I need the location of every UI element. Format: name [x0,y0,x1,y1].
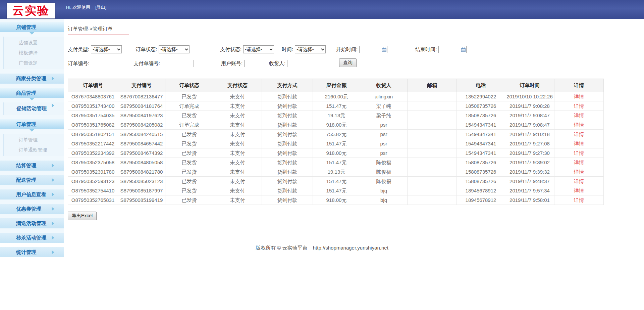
sidebar-item-template-select[interactable]: 模板选择 [4,48,64,58]
sidebar-item-user-info-view[interactable]: 用户信息查看 [0,189,64,200]
detail-link[interactable]: 详情 [574,178,584,184]
cell-amount: 918.00元 [313,148,360,158]
cell-order-time: 2019/11/7 9:27:30 [505,148,554,158]
breadcrumb: 订单管理->管理订单 [68,26,129,35]
cell-amount: 918.00元 [313,195,360,205]
chevron-down-icon [30,98,34,100]
sidebar-item-delivery-management[interactable]: 配送管理 [0,175,64,185]
cell-order-no: O87950351754035 [68,111,118,120]
sidebar-item-promo-management[interactable]: 促销活动管理 [4,103,64,114]
cell-pay-method: 货到付款 [262,148,313,158]
cell-email [408,139,457,148]
cell-pay-no: S87950084205082 [118,120,165,130]
cell-amount: 2160.00元 [313,92,360,101]
cell-order-no: O87950352593123 [68,177,118,186]
detail-link[interactable]: 详情 [574,150,584,156]
pay-no-label: 支付单编号: [133,60,160,67]
cell-detail: 详情 [554,158,604,167]
receiver-input[interactable] [287,60,319,67]
cell-detail: 详情 [554,148,604,158]
order-no-input[interactable] [91,60,123,67]
cell-amount: 151.47元 [313,177,360,186]
pay-no-input[interactable] [162,60,194,67]
order-status-select[interactable]: -请选择- [159,45,190,53]
detail-link[interactable]: 详情 [574,103,584,109]
cell-email [408,158,457,167]
cell-phone: 15808735726 [457,167,505,177]
copyright-text: 版权所有 © 云实验平台 [256,245,307,251]
main-content: 订单管理->管理订单 支付类型: -请选择- 订单状态: -请选择- 支付状态:… [64,19,644,220]
cell-email [408,120,457,130]
sidebar-item-seckill-management[interactable]: 秒杀活动管理 [0,233,64,243]
sidebar-item-ad-settings[interactable]: 广告设定 [4,58,64,68]
sidebar-item-order-refund-management[interactable]: 订单退款管理 [4,145,64,155]
cell-detail: 详情 [554,120,604,130]
detail-link[interactable]: 详情 [574,94,584,99]
sidebar-item-coupon-management[interactable]: 优惠券管理 [0,204,64,214]
cell-pay-no: S87950084674392 [118,148,165,158]
pay-status-select[interactable]: -请选择- [243,45,274,53]
detail-link[interactable]: 详情 [574,169,584,175]
sidebar-item-label: 满送活动管理 [16,220,46,227]
chevron-right-icon [52,103,54,107]
sidebar-group-order-management[interactable]: 订单管理 [0,119,64,129]
cell-order-no: O87950352234392 [68,148,118,158]
pay-status-label: 支付状态: [220,46,241,53]
cell-phone: 15808735726 [457,158,505,167]
sidebar-group-shop-management[interactable]: 店铺管理 [0,22,64,32]
calendar-icon[interactable] [382,47,386,52]
search-button[interactable]: 查询 [339,58,357,67]
cell-detail: 详情 [554,167,604,177]
sidebar-item-full-gift-management[interactable]: 满送活动管理 [0,218,64,228]
cell-email [408,195,457,205]
sidebar-item-merchant-category[interactable]: 商家分类管理 [0,74,64,84]
table-header-cell: 应付金额 [313,79,360,92]
cell-pay-status: 未支付 [213,186,262,195]
calendar-icon[interactable] [461,47,466,52]
payment-type-select[interactable]: -请选择- [91,45,122,53]
sidebar-item-settlement-management[interactable]: 结算管理 [0,161,64,171]
sidebar-item-label: 促销活动管理 [16,105,47,111]
cell-phone: 18508735726 [457,101,505,111]
cell-order-status: 已发货 [165,92,213,101]
detail-link[interactable]: 详情 [574,122,584,128]
cell-order-time: 2019/11/7 9:08:28 [505,101,554,111]
sidebar-item-order-management[interactable]: 订单管理 [4,135,64,145]
cell-amount: 755.82元 [313,130,360,139]
table-header-cell: 支付编号 [118,79,165,92]
sidebar-item-shop-settings[interactable]: 店铺设置 [4,38,64,48]
detail-link[interactable]: 详情 [574,160,584,165]
logout-link[interactable]: [登出] [95,5,106,10]
sidebar-group-product-management[interactable]: 商品管理 [0,88,64,98]
table-header-cell: 邮箱 [408,79,457,92]
chevron-right-icon [52,236,54,240]
detail-link[interactable]: 详情 [574,141,584,146]
cell-order-status: 已发货 [165,195,213,205]
cell-pay-method: 货到付款 [262,111,313,120]
cell-detail: 详情 [554,92,604,101]
detail-link[interactable]: 详情 [574,113,584,118]
cell-order-time: 2019/11/7 9:39:02 [505,158,554,167]
cell-pay-no: S87950085187997 [118,186,165,195]
sidebar-item-statistics-management[interactable]: 统计管理 [0,247,64,257]
time-range-select[interactable]: -请选择- [295,45,326,53]
cell-order-status: 已发货 [165,158,213,167]
cell-phone: 18508735726 [457,111,505,120]
detail-link[interactable]: 详情 [574,131,584,137]
cell-email [408,186,457,195]
export-excel-button[interactable]: 导出Excel [68,212,97,220]
table-row: O87950352217442 S87950084657442 已发货 未支付 … [68,139,604,148]
cell-pay-no: S87950084821780 [118,167,165,177]
sidebar-item-label: 用户信息查看 [16,191,46,198]
logo-text: 云实验 [12,3,50,18]
detail-link[interactable]: 详情 [574,197,584,203]
cell-phone: 13522994022 [457,92,505,101]
cell-order-no: O87950352765831 [68,195,118,205]
table-header-cell: 详情 [554,79,604,92]
cell-pay-status: 未支付 [213,177,262,186]
detail-link[interactable]: 详情 [574,188,584,193]
table-row: O87950352593123 S87950085023123 已发货 未支付 … [68,177,604,186]
top-header-bar: 云实验 Hi,,欢迎使用 [登出] [0,0,644,19]
table-row: O87950352234392 S87950084674392 已发货 未支付 … [68,148,604,158]
cell-order-time: 2019/11/7 9:58:01 [505,195,554,205]
